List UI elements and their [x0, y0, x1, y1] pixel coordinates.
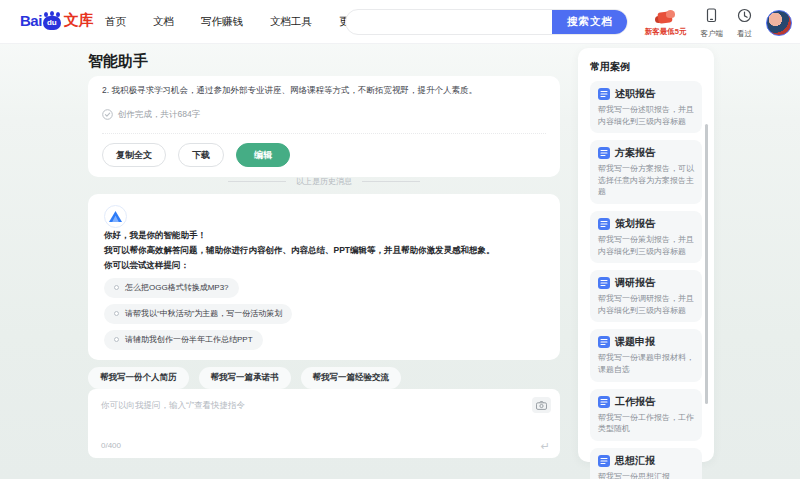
logo-wenku-text: 文库	[64, 11, 94, 30]
client-label: 客户端	[701, 29, 724, 39]
chip-experience[interactable]: 帮我写一篇经验交流	[301, 367, 402, 389]
page-title: 智能助手	[88, 52, 148, 71]
search-button[interactable]: 搜索文档	[552, 9, 628, 35]
generated-content-line: 2. 我积极寻求学习机会，通过参加外部专业讲座、网络课程等方式，不断拓宽视野，提…	[102, 85, 546, 97]
case-card-fangan[interactable]: 方案报告 帮我写一份方案报告，可以选择任意内容为方案报告主题	[590, 140, 702, 204]
bullet-icon	[114, 337, 119, 342]
document-icon	[598, 455, 610, 467]
chip-resume[interactable]: 帮我写一份个人简历	[88, 367, 189, 389]
bullet-icon	[114, 311, 119, 316]
divider	[102, 133, 546, 134]
history-actions: 复制全文 下载 编辑	[102, 143, 546, 167]
enter-icon: ↵	[541, 440, 550, 453]
assistant-logo-icon	[109, 211, 122, 222]
doc-search-bar: 搜索文档	[345, 9, 628, 35]
suggestion-item[interactable]: 请帮我以“中秋活动”为主题，写一份活动策划	[104, 304, 292, 324]
edit-button[interactable]: 编辑	[236, 143, 290, 167]
suggestion-list: 怎么把OGG格式转换成MP3? 请帮我以“中秋活动”为主题，写一份活动策划 请辅…	[104, 278, 544, 350]
welcome-line-2: 我可以帮你高效解答问题，辅助你进行内容创作、内容总结、PPT编辑等，并且帮助你激…	[104, 243, 544, 258]
bullet-icon	[114, 285, 119, 290]
common-cases-panel: 常用案例 述职报告 帮我写一份述职报告，并且内容细化到三级内容标题 方案报告 帮…	[578, 48, 714, 462]
welcome-line-1: 你好，我是你的智能助手！	[104, 228, 544, 243]
top-navbar: Bai du 文库 首页 文档 写作赚钱 文档工具 更多 搜索文档 新客最低5元	[0, 0, 800, 44]
phone-icon	[705, 8, 718, 27]
quick-prompt-chips: 帮我写一份个人简历 帮我写一篇承诺书 帮我写一篇经验交流	[88, 367, 401, 389]
promo-gift-icon	[654, 10, 678, 25]
char-counter: 0/400	[101, 441, 121, 450]
nav-item-tools[interactable]: 文档工具	[270, 15, 312, 29]
assistant-avatar	[104, 205, 127, 228]
suggestion-item[interactable]: 怎么把OGG格式转换成MP3?	[104, 278, 239, 298]
document-icon	[598, 218, 610, 230]
case-card-diaoyan[interactable]: 调研报告 帮我写一份调研报告，并且内容细化到三级内容标题	[590, 270, 702, 322]
user-avatar[interactable]	[766, 10, 792, 36]
chip-commitment[interactable]: 帮我写一篇承诺书	[199, 367, 291, 389]
header-actions: 新客最低5元 客户端 看过	[645, 4, 792, 42]
welcome-line-3: 你可以尝试这样提问：	[104, 258, 544, 273]
promo-label: 新客最低5元	[645, 27, 687, 37]
case-card-gongzuo[interactable]: 工作报告 帮我写一份工作报告，工作类型随机	[590, 389, 702, 441]
history-message-card: 2. 我积极寻求学习机会，通过参加外部专业讲座、网络课程等方式，不断拓宽视野，提…	[88, 76, 560, 177]
main-nav: 首页 文档 写作赚钱 文档工具 更多	[105, 0, 360, 44]
nav-item-earn[interactable]: 写作赚钱	[201, 15, 243, 29]
message-input-box[interactable]: 你可以向我提问，输入“/”查看快捷指令 0/400 ↵	[88, 389, 560, 458]
assistant-welcome-card: 你好，我是你的智能助手！ 我可以帮你高效解答问题，辅助你进行内容创作、内容总结、…	[88, 194, 560, 360]
promo-entry[interactable]: 新客最低5元	[645, 10, 687, 37]
document-icon	[598, 88, 610, 100]
nav-item-docs[interactable]: 文档	[153, 15, 174, 29]
document-icon	[598, 147, 610, 159]
search-input[interactable]	[346, 10, 552, 34]
viewed-label: 看过	[737, 29, 752, 39]
status-text: 创作完成，共计684字	[118, 109, 200, 121]
check-circle-icon	[102, 106, 113, 124]
app-screen: Bai du 文库 首页 文档 写作赚钱 文档工具 更多 搜索文档 新客最低5元	[0, 0, 800, 479]
camera-icon[interactable]	[532, 397, 551, 413]
download-button[interactable]: 下载	[178, 143, 224, 167]
viewed-entry[interactable]: 看过	[737, 8, 752, 39]
baidu-wenku-logo[interactable]: Bai du 文库	[20, 11, 94, 30]
document-icon	[598, 277, 610, 289]
history-divider-text: 以上是历史消息	[296, 176, 352, 187]
copy-full-text-button[interactable]: 复制全文	[102, 143, 166, 167]
cases-panel-title: 常用案例	[590, 60, 702, 74]
client-entry[interactable]: 客户端	[701, 8, 724, 39]
nav-item-home[interactable]: 首页	[105, 15, 126, 29]
document-icon	[598, 396, 610, 408]
history-messages-divider: 以上是历史消息	[88, 176, 560, 187]
case-card-shuzhi[interactable]: 述职报告 帮我写一份述职报告，并且内容细化到三级内容标题	[590, 81, 702, 133]
suggestion-item[interactable]: 请辅助我创作一份半年工作总结PPT	[104, 330, 263, 350]
case-card-cehua[interactable]: 策划报告 帮我写一份策划报告，并且内容细化到三级内容标题	[590, 211, 702, 263]
logo-bai-text: Bai	[20, 12, 42, 29]
creation-status: 创作完成，共计684字	[102, 106, 546, 124]
clock-icon	[737, 8, 752, 27]
document-icon	[598, 336, 610, 348]
panel-scrollbar[interactable]	[705, 124, 708, 404]
case-card-keti[interactable]: 课题申报 帮我写一份课题申报材料，课题自选	[590, 329, 702, 381]
input-placeholder: 你可以向我提问，输入“/”查看快捷指令	[101, 400, 245, 412]
case-card-sixiang[interactable]: 思想汇报 帮我写一份思想汇报	[590, 448, 702, 479]
baidu-paw-icon: du	[43, 12, 61, 30]
